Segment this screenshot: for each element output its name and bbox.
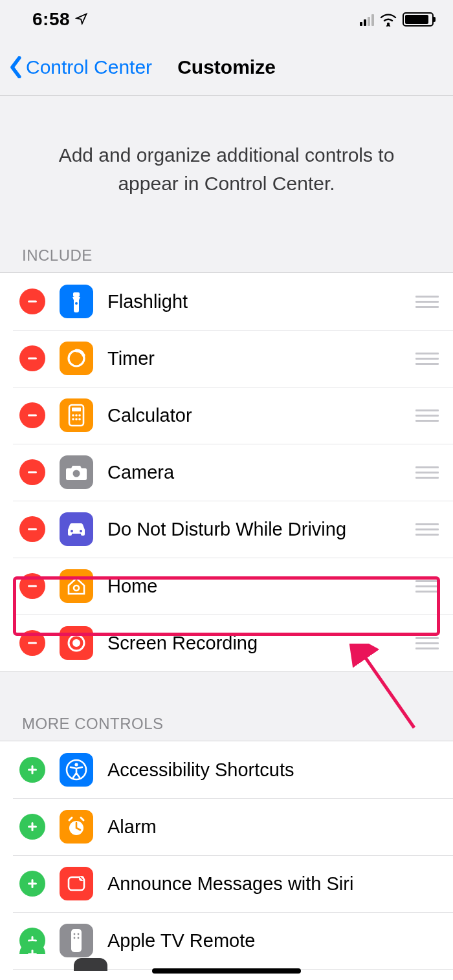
drag-handle[interactable] [414,353,440,365]
list-item[interactable]: Do Not Disturb While Driving [0,501,453,558]
timer-icon [60,342,93,375]
svg-point-39 [74,933,76,935]
camera-icon [60,455,93,489]
battery-icon [403,12,434,27]
row-label: Alarm [107,816,440,838]
list-item[interactable]: Alarm [0,798,453,855]
list-item-screen-recording[interactable]: Screen Recording [0,615,453,671]
svg-point-28 [74,763,78,766]
section-header-more: MORE CONTROLS [0,715,453,741]
remove-button[interactable] [19,516,45,542]
description-text: Add and organize additional controls to … [0,96,453,243]
drag-handle[interactable] [414,466,440,479]
section-header-include: INCLUDE [0,246,453,272]
remove-button[interactable] [19,345,45,371]
svg-point-42 [78,937,80,939]
record-icon [60,626,93,660]
svg-rect-33 [32,879,34,888]
svg-rect-38 [71,929,82,952]
list-item[interactable]: Camera [0,444,453,501]
car-icon [60,512,93,546]
svg-point-41 [74,937,76,939]
home-icon [60,569,93,603]
svg-rect-22 [28,642,37,644]
more-list: Accessibility Shortcuts Alarm Announce M… [0,741,453,980]
row-label: Camera [107,462,414,483]
back-label: Control Center [26,56,152,78]
svg-point-10 [75,414,78,417]
accessibility-icon [60,753,93,787]
status-left: 6:58 [32,9,88,30]
include-list: Flashlight Timer Calculator [0,272,453,672]
svg-point-18 [71,530,73,532]
drag-handle[interactable] [414,523,440,536]
svg-point-0 [387,23,390,25]
add-button[interactable] [19,814,45,840]
remove-button[interactable] [19,402,45,428]
nav-title: Customize [177,56,276,78]
row-label: Flashlight [107,291,414,312]
svg-point-16 [73,470,80,477]
status-bar: 6:58 [0,0,453,39]
svg-rect-15 [28,472,37,474]
list-item[interactable]: Home [0,558,453,615]
home-indicator[interactable] [152,968,301,974]
svg-point-11 [78,414,81,417]
row-label: Screen Recording [107,633,414,654]
svg-point-21 [74,585,79,591]
svg-rect-30 [32,822,34,831]
svg-rect-17 [28,528,37,530]
row-label: Announce Messages with Siri [107,873,440,895]
svg-rect-2 [73,292,80,297]
nav-bar: Control Center Customize [0,39,453,96]
remote-icon [60,924,93,957]
status-right [360,12,434,27]
add-button[interactable] [19,871,45,897]
row-label: Calculator [107,405,414,426]
svg-point-19 [80,530,82,532]
list-item[interactable]: Flashlight [0,273,453,330]
status-time: 6:58 [32,9,70,30]
svg-point-9 [72,414,74,417]
flashlight-icon [60,285,93,318]
calculator-icon [60,398,93,432]
partial-add-button[interactable] [19,941,45,967]
svg-point-13 [75,418,78,420]
drag-handle[interactable] [414,409,440,422]
list-item[interactable]: Timer [0,330,453,387]
chevron-left-icon [9,56,23,78]
svg-rect-1 [28,301,37,303]
remove-button[interactable] [19,459,45,485]
remove-button[interactable] [19,289,45,314]
svg-point-3 [75,302,78,305]
drag-handle[interactable] [414,580,440,593]
back-button[interactable]: Control Center [0,56,152,78]
svg-rect-49 [32,950,34,959]
row-label: Home [107,576,414,597]
row-label: Do Not Disturb While Driving [107,519,414,540]
location-icon [75,9,88,30]
alarm-icon [60,810,93,844]
drag-handle[interactable] [414,637,440,649]
drag-handle[interactable] [414,296,440,308]
svg-point-24 [72,639,80,647]
row-label: Accessibility Shortcuts [107,759,440,781]
remove-button[interactable] [19,630,45,656]
svg-rect-6 [28,415,37,417]
add-button[interactable] [19,757,45,783]
svg-rect-4 [28,358,37,360]
list-item[interactable]: Announce Messages with Siri [0,855,453,912]
svg-point-14 [78,418,81,420]
list-item[interactable]: Accessibility Shortcuts [0,741,453,798]
row-label: Apple TV Remote [107,930,440,952]
cellular-icon [360,13,374,26]
svg-point-40 [78,933,80,935]
list-item[interactable]: Calculator [0,387,453,444]
remove-button[interactable] [19,573,45,599]
wifi-icon [379,12,397,27]
svg-rect-8 [72,408,81,411]
svg-rect-26 [32,765,34,774]
svg-point-12 [72,418,74,420]
announce-icon [60,867,93,900]
partial-row-icon [60,958,107,971]
